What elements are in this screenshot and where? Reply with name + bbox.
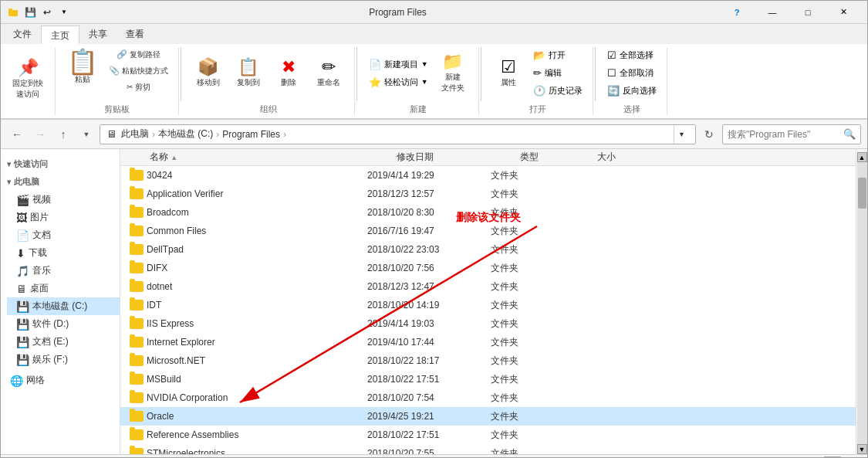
- new-item-button[interactable]: 📄 新建项目 ▼: [365, 56, 432, 73]
- sidebar-item-music[interactable]: 🎵 音乐: [7, 262, 120, 280]
- edit-button[interactable]: ✏ 编辑: [529, 65, 586, 81]
- properties-button[interactable]: ☑ 属性: [489, 55, 528, 92]
- table-row[interactable]: DellTpad 2018/10/22 23:03 文件夹: [120, 240, 856, 259]
- rename-button[interactable]: ✏ 重命名: [309, 55, 348, 92]
- folder-icon: [130, 448, 144, 454]
- sidebar-item-c-drive[interactable]: 💾 本地磁盘 (C:): [7, 297, 120, 315]
- refresh-button[interactable]: ↻: [699, 124, 719, 144]
- sidebar-item-network[interactable]: 🌐 网络: [1, 371, 120, 389]
- table-row[interactable]: STMicroelectronics 2018/10/20 7:55 文件夹: [120, 444, 856, 454]
- table-row[interactable]: IIS Express 2019/4/14 19:03 文件夹: [120, 314, 856, 333]
- select-none-button[interactable]: ☐ 全部取消: [603, 65, 660, 81]
- file-date: 2016/7/16 19:47: [367, 226, 491, 236]
- tab-file[interactable]: 文件: [4, 24, 41, 44]
- move-to-button[interactable]: 📦 移动到: [189, 55, 228, 92]
- table-row[interactable]: IDT 2018/10/20 14:19 文件夹: [120, 296, 856, 314]
- file-name: Common Files: [147, 226, 367, 236]
- close-button[interactable]: ✕: [826, 1, 861, 24]
- title-bar: 💾 ↩ ▼ Program Files ? — □ ✕: [1, 1, 867, 24]
- file-type: 文件夹: [491, 392, 568, 405]
- up-button[interactable]: ↑: [53, 124, 73, 144]
- open-icon: 📂: [533, 49, 545, 61]
- table-row[interactable]: 30424 2019/4/14 19:29 文件夹: [120, 166, 856, 185]
- delete-button[interactable]: ✖ 删除: [269, 55, 308, 92]
- sidebar-item-pictures[interactable]: 🖼 图片: [7, 209, 120, 226]
- table-row[interactable]: Application Verifier 2018/12/3 12:57 文件夹: [120, 185, 856, 203]
- file-date: 2018/10/20 8:30: [367, 207, 491, 218]
- tab-view[interactable]: 查看: [117, 24, 154, 44]
- dropdown-icon[interactable]: ▼: [58, 6, 70, 19]
- sidebar-item-desktop[interactable]: 🖥 桌面: [7, 280, 120, 297]
- search-box[interactable]: 🔍: [722, 124, 861, 144]
- search-input[interactable]: [728, 129, 843, 140]
- minimize-button[interactable]: —: [755, 1, 790, 24]
- sidebar-item-documents-label: 文档: [32, 229, 51, 242]
- recent-button[interactable]: ▼: [76, 124, 96, 144]
- table-row[interactable]: Microsoft.NET 2018/10/22 18:17 文件夹: [120, 351, 856, 370]
- cut-button[interactable]: ✂ 剪切: [105, 80, 172, 95]
- scrollbar[interactable]: ▲ ▼: [856, 149, 867, 454]
- history-button[interactable]: 🕐 历史记录: [529, 83, 586, 99]
- address-part-folder[interactable]: Program Files: [221, 129, 282, 140]
- paste-shortcut-button[interactable]: 📎 粘贴快捷方式: [105, 63, 172, 79]
- tab-share[interactable]: 共享: [79, 24, 117, 44]
- sidebar-item-documents[interactable]: 📄 文档: [7, 226, 120, 244]
- col-header-name[interactable]: 名称 ▲: [144, 151, 390, 164]
- pin-buttons: 📌 固定到快速访问: [7, 47, 49, 115]
- help-button[interactable]: ?: [719, 1, 755, 24]
- tab-home[interactable]: 主页: [41, 25, 79, 44]
- address-dropdown[interactable]: ▼: [674, 125, 689, 144]
- invert-select-button[interactable]: 🔄 反向选择: [603, 83, 660, 99]
- scroll-up[interactable]: ▲: [857, 152, 867, 162]
- new-folder-button[interactable]: 📁 新建文件夹: [434, 49, 472, 97]
- back-button[interactable]: ←: [7, 124, 27, 144]
- file-date: 2018/10/20 7:55: [367, 448, 491, 454]
- table-row[interactable]: NVIDIA Corporation 2018/10/20 7:54 文件夹: [120, 388, 856, 407]
- table-row[interactable]: dotnet 2018/12/3 12:47 文件夹: [120, 277, 856, 296]
- file-type: 文件夹: [491, 225, 568, 238]
- sidebar-item-d-drive[interactable]: 💾 软件 (D:): [7, 315, 120, 333]
- file-name: Reference Assemblies: [147, 429, 367, 440]
- new-folder-icon: 📁: [442, 53, 463, 70]
- col-header-type[interactable]: 类型: [514, 151, 591, 164]
- col-header-size[interactable]: 大小: [591, 151, 668, 164]
- d-drive-icon: 💾: [16, 318, 29, 331]
- pin-button[interactable]: 📌 固定到快速访问: [7, 56, 49, 103]
- col-header-date[interactable]: 修改日期: [390, 151, 514, 164]
- easy-access-button[interactable]: ⭐ 轻松访问 ▼: [365, 74, 432, 90]
- table-row[interactable]: Broadcom 2018/10/20 8:30 文件夹: [120, 203, 856, 222]
- sidebar-item-downloads[interactable]: ⬇ 下载: [7, 244, 120, 262]
- sidebar-item-video[interactable]: 🎬 视频: [7, 191, 120, 209]
- copy-path-button[interactable]: 🔗 复制路径: [105, 47, 172, 63]
- sidebar-this-pc-items: 🎬 视频 🖼 图片 📄 文档 ⬇ 下载 🎵 音乐: [1, 191, 120, 368]
- forward-button[interactable]: →: [30, 124, 50, 144]
- table-row[interactable]: Oracle 2019/4/25 19:21 文件夹: [120, 407, 856, 426]
- status-bar: 25 个项目 选中 1 个项目 ☰ ⊞: [1, 454, 867, 458]
- select-all-button[interactable]: ☑ 全部选择: [603, 47, 660, 63]
- file-date: 2018/10/22 17:51: [367, 429, 491, 440]
- save-icon[interactable]: 💾: [24, 6, 36, 19]
- copy-label: 复制到: [237, 77, 260, 88]
- table-row[interactable]: DIFX 2018/10/20 7:56 文件夹: [120, 259, 856, 277]
- table-row[interactable]: MSBuild 2018/10/22 17:51 文件夹: [120, 370, 856, 388]
- sidebar-quick-access[interactable]: 快速访问: [1, 155, 120, 173]
- network-icon: 🌐: [10, 375, 23, 387]
- maximize-button[interactable]: □: [790, 1, 826, 24]
- sidebar-item-f-drive[interactable]: 💾 娱乐 (F:): [7, 351, 120, 368]
- undo-icon[interactable]: ↩: [41, 6, 53, 19]
- table-row[interactable]: Reference Assemblies 2018/10/22 17:51 文件…: [120, 426, 856, 444]
- address-bar[interactable]: 🖥 此电脑 › 本地磁盘 (C:) › Program Files › ▼: [100, 124, 696, 144]
- address-part-thispc[interactable]: 此电脑: [120, 127, 150, 141]
- sidebar-this-pc[interactable]: 此电脑: [1, 173, 120, 191]
- scroll-thumb[interactable]: [858, 178, 866, 209]
- table-row[interactable]: Common Files 2016/7/16 19:47 文件夹: [120, 222, 856, 240]
- table-row[interactable]: Internet Explorer 2019/4/10 17:44 文件夹: [120, 333, 856, 351]
- sidebar-item-e-drive[interactable]: 💾 文档 (E:): [7, 333, 120, 351]
- copy-to-button[interactable]: 📋 复制到: [229, 55, 268, 92]
- organize-label: 组织: [260, 102, 277, 115]
- address-part-drive[interactable]: 本地磁盘 (C:): [157, 127, 214, 141]
- history-label: 历史记录: [549, 85, 583, 97]
- paste-button[interactable]: 📋 粘贴: [62, 47, 103, 87]
- open-button[interactable]: 📂 打开: [529, 47, 586, 63]
- scroll-down[interactable]: ▼: [857, 444, 867, 454]
